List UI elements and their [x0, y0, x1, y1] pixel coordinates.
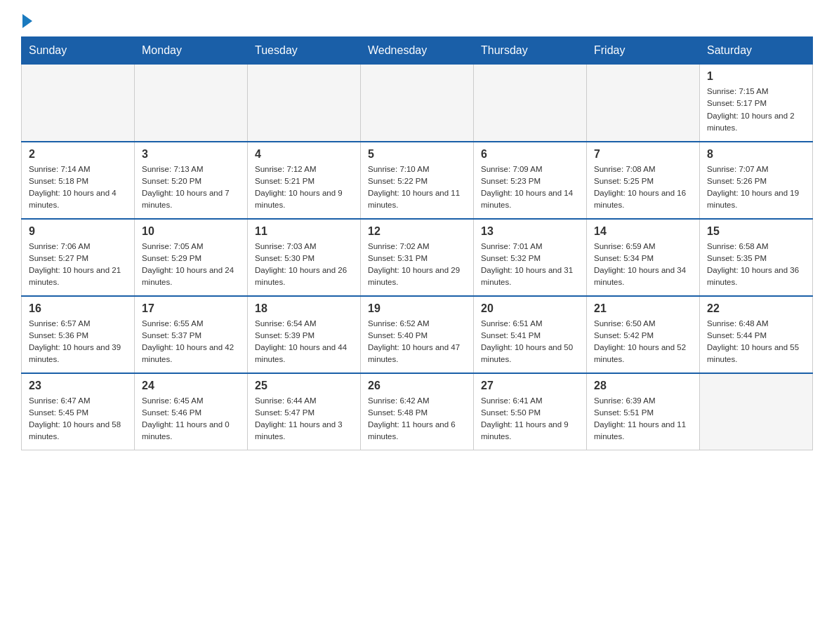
day-info: Sunrise: 7:01 AM Sunset: 5:32 PM Dayligh… [481, 241, 579, 289]
day-number: 5 [368, 148, 466, 161]
logo-text [21, 14, 34, 28]
calendar-cell [248, 65, 361, 142]
calendar-cell: 1Sunrise: 7:15 AM Sunset: 5:17 PM Daylig… [700, 65, 813, 142]
day-info: Sunrise: 7:07 AM Sunset: 5:26 PM Dayligh… [707, 163, 805, 212]
calendar-cell: 22Sunrise: 6:48 AM Sunset: 5:44 PM Dayli… [700, 296, 813, 373]
day-number: 22 [707, 302, 805, 315]
day-number: 28 [594, 380, 692, 392]
calendar-cell: 4Sunrise: 7:12 AM Sunset: 5:21 PM Daylig… [248, 142, 361, 219]
days-header-row: SundayMondayTuesdayWednesdayThursdayFrid… [22, 37, 813, 65]
logo [21, 14, 34, 25]
day-number: 1 [707, 70, 805, 83]
calendar-cell: 16Sunrise: 6:57 AM Sunset: 5:36 PM Dayli… [22, 296, 135, 373]
calendar-cell: 12Sunrise: 7:02 AM Sunset: 5:31 PM Dayli… [361, 219, 474, 296]
day-info: Sunrise: 6:52 AM Sunset: 5:40 PM Dayligh… [368, 318, 466, 366]
day-info: Sunrise: 6:57 AM Sunset: 5:36 PM Dayligh… [29, 318, 127, 366]
day-info: Sunrise: 6:50 AM Sunset: 5:42 PM Dayligh… [594, 318, 692, 366]
day-info: Sunrise: 7:08 AM Sunset: 5:25 PM Dayligh… [594, 163, 692, 212]
day-number: 16 [29, 302, 127, 315]
calendar-cell: 11Sunrise: 7:03 AM Sunset: 5:30 PM Dayli… [248, 219, 361, 296]
day-number: 25 [255, 380, 353, 392]
calendar-cell: 8Sunrise: 7:07 AM Sunset: 5:26 PM Daylig… [700, 142, 813, 219]
day-number: 10 [142, 225, 240, 238]
page-header [21, 14, 813, 25]
logo-arrow-icon [22, 14, 32, 28]
day-number: 20 [481, 302, 579, 315]
day-info: Sunrise: 6:39 AM Sunset: 5:51 PM Dayligh… [594, 395, 692, 443]
day-info: Sunrise: 7:13 AM Sunset: 5:20 PM Dayligh… [142, 163, 240, 212]
day-number: 26 [368, 380, 466, 392]
day-number: 13 [481, 225, 579, 238]
day-info: Sunrise: 7:06 AM Sunset: 5:27 PM Dayligh… [29, 241, 127, 289]
day-header-tuesday: Tuesday [248, 37, 361, 65]
calendar-cell: 10Sunrise: 7:05 AM Sunset: 5:29 PM Dayli… [135, 219, 248, 296]
calendar-cell: 13Sunrise: 7:01 AM Sunset: 5:32 PM Dayli… [474, 219, 587, 296]
calendar-cell: 18Sunrise: 6:54 AM Sunset: 5:39 PM Dayli… [248, 296, 361, 373]
calendar-cell [474, 65, 587, 142]
day-number: 2 [29, 148, 127, 161]
day-info: Sunrise: 6:48 AM Sunset: 5:44 PM Dayligh… [707, 318, 805, 366]
calendar-cell [700, 373, 813, 450]
calendar-cell: 28Sunrise: 6:39 AM Sunset: 5:51 PM Dayli… [587, 373, 700, 450]
calendar-cell: 20Sunrise: 6:51 AM Sunset: 5:41 PM Dayli… [474, 296, 587, 373]
day-number: 24 [142, 380, 240, 392]
day-info: Sunrise: 7:10 AM Sunset: 5:22 PM Dayligh… [368, 163, 466, 212]
calendar-cell [22, 65, 135, 142]
calendar-table: SundayMondayTuesdayWednesdayThursdayFrid… [21, 36, 813, 450]
calendar-cell: 23Sunrise: 6:47 AM Sunset: 5:45 PM Dayli… [22, 373, 135, 450]
day-info: Sunrise: 7:14 AM Sunset: 5:18 PM Dayligh… [29, 163, 127, 212]
calendar-cell: 5Sunrise: 7:10 AM Sunset: 5:22 PM Daylig… [361, 142, 474, 219]
calendar-cell: 9Sunrise: 7:06 AM Sunset: 5:27 PM Daylig… [22, 219, 135, 296]
day-info: Sunrise: 6:44 AM Sunset: 5:47 PM Dayligh… [255, 395, 353, 443]
week-row-2: 2Sunrise: 7:14 AM Sunset: 5:18 PM Daylig… [22, 142, 813, 219]
day-info: Sunrise: 6:58 AM Sunset: 5:35 PM Dayligh… [707, 241, 805, 289]
calendar-cell: 6Sunrise: 7:09 AM Sunset: 5:23 PM Daylig… [474, 142, 587, 219]
day-number: 18 [255, 302, 353, 315]
day-number: 19 [368, 302, 466, 315]
day-number: 12 [368, 225, 466, 238]
day-info: Sunrise: 7:05 AM Sunset: 5:29 PM Dayligh… [142, 241, 240, 289]
day-number: 15 [707, 225, 805, 238]
day-info: Sunrise: 6:41 AM Sunset: 5:50 PM Dayligh… [481, 395, 579, 443]
calendar-cell: 3Sunrise: 7:13 AM Sunset: 5:20 PM Daylig… [135, 142, 248, 219]
day-info: Sunrise: 6:59 AM Sunset: 5:34 PM Dayligh… [594, 241, 692, 289]
calendar-cell: 24Sunrise: 6:45 AM Sunset: 5:46 PM Dayli… [135, 373, 248, 450]
day-number: 27 [481, 380, 579, 392]
day-info: Sunrise: 6:47 AM Sunset: 5:45 PM Dayligh… [29, 395, 127, 443]
day-info: Sunrise: 6:54 AM Sunset: 5:39 PM Dayligh… [255, 318, 353, 366]
day-info: Sunrise: 7:02 AM Sunset: 5:31 PM Dayligh… [368, 241, 466, 289]
calendar-cell: 2Sunrise: 7:14 AM Sunset: 5:18 PM Daylig… [22, 142, 135, 219]
day-header-monday: Monday [135, 37, 248, 65]
day-number: 8 [707, 148, 805, 161]
calendar-cell: 7Sunrise: 7:08 AM Sunset: 5:25 PM Daylig… [587, 142, 700, 219]
day-number: 23 [29, 380, 127, 392]
day-info: Sunrise: 6:45 AM Sunset: 5:46 PM Dayligh… [142, 395, 240, 443]
calendar-cell: 25Sunrise: 6:44 AM Sunset: 5:47 PM Dayli… [248, 373, 361, 450]
day-number: 3 [142, 148, 240, 161]
calendar-cell: 15Sunrise: 6:58 AM Sunset: 5:35 PM Dayli… [700, 219, 813, 296]
day-number: 4 [255, 148, 353, 161]
day-number: 7 [594, 148, 692, 161]
calendar-cell [361, 65, 474, 142]
calendar-cell: 17Sunrise: 6:55 AM Sunset: 5:37 PM Dayli… [135, 296, 248, 373]
week-row-3: 9Sunrise: 7:06 AM Sunset: 5:27 PM Daylig… [22, 219, 813, 296]
day-number: 21 [594, 302, 692, 315]
day-header-saturday: Saturday [700, 37, 813, 65]
day-info: Sunrise: 6:55 AM Sunset: 5:37 PM Dayligh… [142, 318, 240, 366]
day-info: Sunrise: 7:12 AM Sunset: 5:21 PM Dayligh… [255, 163, 353, 212]
week-row-1: 1Sunrise: 7:15 AM Sunset: 5:17 PM Daylig… [22, 65, 813, 142]
day-number: 6 [481, 148, 579, 161]
day-info: Sunrise: 6:51 AM Sunset: 5:41 PM Dayligh… [481, 318, 579, 366]
day-info: Sunrise: 7:03 AM Sunset: 5:30 PM Dayligh… [255, 241, 353, 289]
day-number: 11 [255, 225, 353, 238]
day-info: Sunrise: 7:15 AM Sunset: 5:17 PM Dayligh… [707, 86, 805, 134]
day-number: 9 [29, 225, 127, 238]
calendar-cell: 26Sunrise: 6:42 AM Sunset: 5:48 PM Dayli… [361, 373, 474, 450]
day-header-wednesday: Wednesday [361, 37, 474, 65]
day-number: 14 [594, 225, 692, 238]
calendar-cell [135, 65, 248, 142]
calendar-cell: 21Sunrise: 6:50 AM Sunset: 5:42 PM Dayli… [587, 296, 700, 373]
day-number: 17 [142, 302, 240, 315]
day-header-sunday: Sunday [22, 37, 135, 65]
calendar-cell: 27Sunrise: 6:41 AM Sunset: 5:50 PM Dayli… [474, 373, 587, 450]
